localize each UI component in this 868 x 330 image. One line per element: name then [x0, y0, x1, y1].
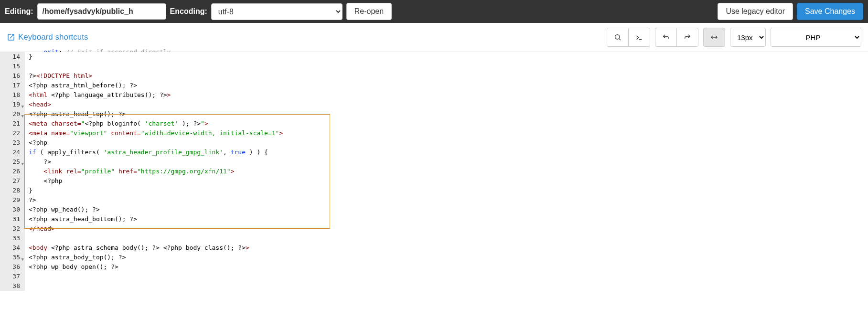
code-line[interactable]: <meta name="viewport" content="width=dev…	[29, 128, 283, 138]
undo-icon	[662, 33, 670, 41]
line-number: 33	[2, 234, 20, 243]
file-path-input[interactable]	[37, 3, 166, 20]
line-number: 35▼	[2, 253, 20, 262]
search-icon	[614, 33, 622, 41]
code-line[interactable]: <meta charset="<?php bloginfo( 'charset'…	[29, 119, 283, 128]
line-number: 31	[2, 214, 20, 224]
encoding-select[interactable]: utf-8	[211, 3, 343, 20]
fold-icon[interactable]: ▼	[21, 102, 24, 111]
language-select[interactable]: PHP	[771, 28, 861, 47]
code-line[interactable]: <?php wp_head(); ?>	[29, 205, 283, 214]
code-line[interactable]: <head>	[29, 100, 283, 109]
save-changes-button[interactable]: Save Changes	[797, 3, 863, 20]
line-number: 16	[2, 71, 20, 81]
line-number: 23	[2, 138, 20, 148]
code-line[interactable]: <link rel="profile" href="https://gmpg.o…	[29, 167, 283, 176]
code-line[interactable]: }	[29, 52, 283, 62]
font-size-select[interactable]: 13px	[730, 28, 766, 47]
top-bar: Editing: Encoding: utf-8 Re-open Use leg…	[0, 0, 868, 23]
code-line[interactable]: exit; // Exit if accessed directly.	[29, 47, 283, 52]
code-line[interactable]: ?>	[29, 157, 283, 167]
encoding-label: Encoding:	[170, 7, 207, 16]
line-number: 37	[2, 272, 20, 281]
line-number: 19▼	[2, 100, 20, 109]
code-line[interactable]: ?>	[29, 195, 283, 205]
line-number: 27	[2, 176, 20, 186]
code-line[interactable]: <body <?php astra_schema_body(); ?> <?ph…	[29, 243, 283, 253]
fold-icon[interactable]: ▼	[21, 159, 24, 169]
svg-point-0	[615, 35, 620, 39]
line-gutter: 141516171819▼20▼2122232425▼2627282930313…	[0, 52, 25, 291]
code-line[interactable]: if ( apply_filters( 'astra_header_profil…	[29, 148, 283, 157]
code-area[interactable]: exit; // Exit if accessed directly.} ?><…	[25, 52, 283, 291]
line-number: 38	[2, 281, 20, 291]
code-line[interactable]: <?php astra_html_before(); ?>	[29, 81, 283, 90]
arrows-horizontal-icon	[710, 33, 718, 41]
code-line[interactable]: }	[29, 186, 283, 195]
line-number: 20▼	[2, 109, 20, 119]
terminal-icon	[635, 33, 643, 41]
search-button[interactable]	[607, 28, 629, 47]
wrap-toggle-button[interactable]	[703, 28, 725, 47]
redo-icon	[684, 33, 691, 41]
code-line[interactable]	[29, 272, 283, 281]
redo-button[interactable]	[676, 28, 698, 47]
code-line[interactable]: <html <?php language_attributes(); ?>>	[29, 90, 283, 100]
code-line[interactable]: <?php astra_head_top(); ?>	[29, 109, 283, 119]
line-number: 14	[2, 52, 20, 62]
line-number: 26	[2, 167, 20, 176]
code-line[interactable]	[29, 234, 283, 243]
line-number: 32	[2, 224, 20, 234]
line-number: 15	[2, 62, 20, 71]
keyboard-shortcuts-link[interactable]: Keyboard shortcuts	[7, 32, 88, 42]
line-number: 34	[2, 243, 20, 253]
line-number: 25▼	[2, 157, 20, 167]
code-line[interactable]: </head>	[29, 224, 283, 234]
line-number: 22	[2, 128, 20, 138]
undo-button[interactable]	[655, 28, 677, 47]
legacy-editor-button[interactable]: Use legacy editor	[718, 3, 793, 20]
fold-icon[interactable]: ▼	[21, 111, 24, 121]
code-line[interactable]: <?php	[29, 138, 283, 148]
line-number: 18	[2, 90, 20, 100]
line-number: 21	[2, 119, 20, 128]
code-line[interactable]: <?php	[29, 176, 283, 186]
code-line[interactable]: <?php wp_body_open(); ?>	[29, 262, 283, 272]
reopen-button[interactable]: Re-open	[346, 3, 392, 20]
line-number: 24	[2, 148, 20, 157]
code-editor[interactable]: 141516171819▼20▼2122232425▼2627282930313…	[0, 52, 868, 291]
line-number: 17	[2, 81, 20, 90]
fold-icon[interactable]: ▼	[21, 255, 24, 264]
line-number: 29	[2, 195, 20, 205]
external-link-icon	[7, 33, 15, 42]
svg-line-1	[619, 39, 621, 40]
code-line[interactable]	[29, 62, 283, 71]
editing-label: Editing:	[5, 7, 33, 16]
line-number: 28	[2, 186, 20, 195]
code-line[interactable]: <?php astra_head_bottom(); ?>	[29, 214, 283, 224]
line-number: 30	[2, 205, 20, 214]
terminal-button[interactable]	[628, 28, 650, 47]
code-line[interactable]: ?><!DOCTYPE html>	[29, 71, 283, 81]
code-line[interactable]: <?php astra_body_top(); ?>	[29, 253, 283, 262]
line-number: 36	[2, 262, 20, 272]
